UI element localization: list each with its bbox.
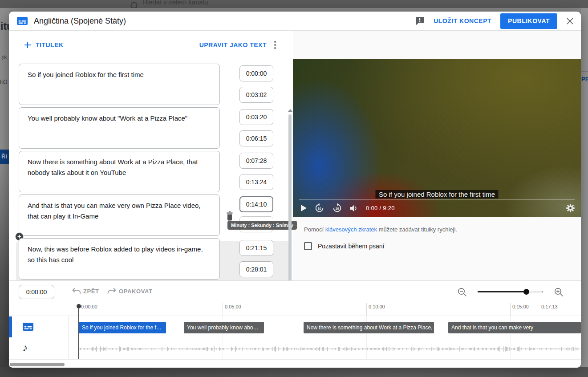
zoom-slider-end-dot bbox=[542, 291, 543, 292]
shortcuts-hint: Pomocí klávesových zkratek můžete zadáva… bbox=[304, 226, 457, 233]
tracks-mid-line bbox=[9, 338, 581, 338]
video-caption-overlay: So if you joined Roblox for the first ti… bbox=[375, 190, 499, 199]
background-right-strip: PRA bbox=[581, 8, 588, 367]
caption-start-time[interactable]: 0:07:28 bbox=[239, 153, 273, 169]
timeline-horizontal-scrollbar[interactable] bbox=[10, 363, 65, 366]
timeline-caption-segment[interactable]: Now there is something about Work at a P… bbox=[304, 322, 434, 333]
kebab-menu-icon[interactable] bbox=[274, 41, 276, 49]
background-divider bbox=[581, 71, 588, 72]
save-draft-button[interactable]: ULOŽIT KONCEPT bbox=[434, 17, 491, 24]
feedback-icon[interactable] bbox=[415, 16, 425, 26]
ruler-label: 0:00:00 bbox=[81, 304, 97, 309]
play-icon[interactable] bbox=[301, 205, 307, 211]
subtitle-editor-dialog: Angličtina (Spojené Státy) ULOŽIT KONCEP… bbox=[9, 12, 581, 368]
ruler-tick bbox=[366, 303, 367, 316]
caption-start-time[interactable]: 0:21:15 bbox=[239, 240, 273, 256]
tracks-bottom-line bbox=[9, 359, 581, 360]
video-player[interactable]: So if you joined Roblox for the first ti… bbox=[293, 59, 581, 217]
caption-text-box[interactable]: You well probably know about "Work at a … bbox=[19, 107, 220, 149]
zoom-slider-thumb[interactable] bbox=[523, 289, 529, 295]
track-label-divider bbox=[68, 316, 69, 359]
ruler-label: 0:15:00 bbox=[512, 304, 529, 309]
background-topbar: Hledat v celém kanálu bbox=[0, 0, 588, 8]
tracks-top-line bbox=[9, 316, 581, 316]
screen: Hledat v celém kanálu itu yk ličt ŘI PRA bbox=[0, 0, 588, 377]
caption-end-time[interactable]: 0:06:15 bbox=[239, 130, 273, 146]
caption-start-time[interactable]: 0:00:00 bbox=[239, 65, 273, 81]
dialog-title: Angličtina (Spojené Státy) bbox=[34, 16, 126, 26]
ruler-label: 0:05:00 bbox=[225, 304, 241, 309]
timeline-section: 0:00:00 ZPĚT OPAKOVAT bbox=[9, 280, 581, 368]
redo-label: OPAKOVAT bbox=[119, 288, 153, 295]
ruler-tick bbox=[223, 303, 223, 316]
timeline-caption-segment[interactable]: So if you joined Roblox for the f… bbox=[79, 322, 166, 333]
playhead-line bbox=[78, 308, 79, 359]
hint-prefix: Pomocí bbox=[304, 226, 325, 233]
timeline-caption-segment[interactable]: And that is that you can make very bbox=[448, 322, 581, 333]
background-add-language-label: ŘI bbox=[1, 153, 7, 160]
zoom-out-icon[interactable] bbox=[458, 288, 467, 297]
background-language-fragment: ličt bbox=[0, 78, 7, 85]
search-icon bbox=[130, 1, 140, 8]
caption-text-box[interactable]: So if you joined Roblox for the first ti… bbox=[19, 64, 220, 105]
captions-toolbar: TITULEK UPRAVIT JAKO TEXT bbox=[9, 31, 293, 59]
ruler-label: 0:10:00 bbox=[369, 304, 385, 309]
delete-caption-icon[interactable] bbox=[226, 211, 233, 221]
caption-list-scrollbar[interactable] bbox=[288, 114, 292, 296]
caption-text-box[interactable]: And that is that you can make very own P… bbox=[19, 195, 220, 236]
video-progress-bar[interactable] bbox=[299, 199, 575, 200]
background-search-placeholder: Hledat v celém kanálu bbox=[142, 0, 208, 6]
volume-icon[interactable] bbox=[350, 205, 358, 212]
keyboard-shortcuts-link[interactable]: klávesových zkratek bbox=[325, 226, 377, 233]
player-time-display: 0:00 / 9:20 bbox=[366, 205, 395, 211]
edit-as-text-button[interactable]: UPRAVIT JAKO TEXT bbox=[199, 41, 267, 49]
add-caption-button[interactable]: TITULEK bbox=[24, 31, 64, 59]
background-left-strip: itu yk ličt ŘI bbox=[0, 8, 9, 367]
zoom-in-icon[interactable] bbox=[554, 288, 564, 297]
background-bottom-strip bbox=[0, 367, 588, 377]
redo-button[interactable]: OPAKOVAT bbox=[107, 288, 153, 295]
caption-start-time[interactable]: 0:03:20 bbox=[239, 109, 273, 125]
svg-text:10: 10 bbox=[336, 207, 339, 211]
current-time-input[interactable]: 0:00:00 bbox=[19, 285, 54, 299]
caption-list: So if you joined Roblox for the first ti… bbox=[9, 59, 293, 280]
caption-end-time[interactable]: 0:03:02 bbox=[239, 87, 273, 103]
plus-icon bbox=[24, 41, 32, 49]
hint-suffix: můžete zadávat titulky rychleji. bbox=[377, 226, 457, 233]
captions-badge-icon bbox=[16, 16, 28, 25]
close-icon[interactable] bbox=[566, 17, 574, 25]
svg-text:10: 10 bbox=[318, 207, 321, 211]
undo-label: ZPĚT bbox=[83, 288, 99, 295]
zoom-slider-fill bbox=[478, 291, 527, 292]
caption-start-time[interactable]: 0:14:10 bbox=[239, 196, 273, 212]
undo-button[interactable]: ZPĚT bbox=[72, 288, 99, 295]
music-note-icon: ♪ bbox=[22, 342, 28, 353]
background-action-fragment: PRA bbox=[581, 76, 588, 82]
caption-end-time[interactable]: 0:28:01 bbox=[239, 261, 273, 277]
background-column-fragment: yk bbox=[2, 54, 7, 60]
audio-waveform bbox=[79, 340, 581, 358]
timestamp-format-tooltip: Minuty : Sekundy : Snímky bbox=[227, 221, 297, 230]
pause-while-typing-checkbox[interactable] bbox=[304, 242, 312, 250]
ruler-end-label: 0:17:13 bbox=[541, 304, 558, 309]
caption-end-time[interactable]: 0:13:24 bbox=[239, 174, 273, 190]
player-settings-gear-icon[interactable] bbox=[566, 204, 575, 212]
ruler-tick bbox=[510, 303, 511, 316]
add-caption-label: TITULEK bbox=[36, 41, 64, 49]
scroll-up-icon[interactable] bbox=[288, 109, 292, 112]
caption-text-box[interactable]: Now, this was before Roblox added to pla… bbox=[19, 238, 220, 280]
redo-icon bbox=[107, 288, 117, 295]
caption-track-icon bbox=[22, 322, 34, 331]
forward-10-icon[interactable]: 10 bbox=[332, 203, 342, 213]
undo-icon bbox=[72, 288, 81, 295]
timeline-caption-segment[interactable]: You well probably know abo… bbox=[184, 322, 264, 333]
background-add-language-button: ŘI bbox=[0, 150, 9, 164]
caption-text-box[interactable]: Now there is something about Work at a P… bbox=[19, 151, 220, 192]
caption-track-accent bbox=[9, 316, 12, 337]
publish-button[interactable]: PUBLIKOVAT bbox=[500, 13, 557, 29]
rewind-10-icon[interactable]: 10 bbox=[314, 203, 324, 213]
dialog-header: Angličtina (Spojené Státy) ULOŽIT KONCEP… bbox=[9, 12, 581, 30]
pause-while-typing-label: Pozastavit během psaní bbox=[318, 243, 384, 250]
background-heading-fragment: itu bbox=[0, 20, 9, 32]
